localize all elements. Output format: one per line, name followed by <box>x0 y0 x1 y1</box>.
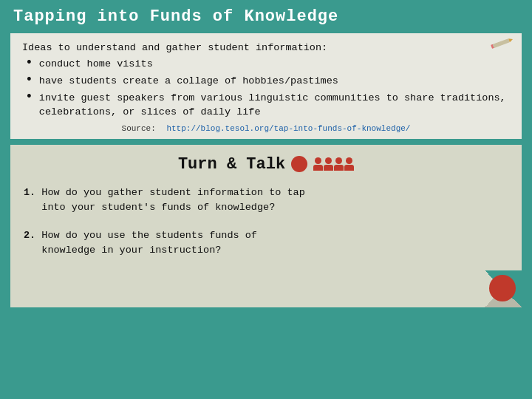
person-icon-3 <box>334 157 344 171</box>
question-2: 2. How do you use the students funds of … <box>24 228 508 259</box>
top-content-box: Ideas to understand and gather student i… <box>10 33 522 139</box>
bullet-text-3: invite guest speakers from various lingu… <box>39 92 510 120</box>
turn-talk-header: Turn & Talk <box>24 155 508 174</box>
question-2-text: How do you use the students funds of kno… <box>24 230 257 256</box>
bottom-section: Turn & Talk <box>10 145 522 307</box>
page-title: Tapping into Funds of Knowledge <box>13 7 338 26</box>
person-body-3 <box>334 165 344 171</box>
person-body-2 <box>324 165 333 171</box>
bullet-text-2: have students create a collage of hobbie… <box>39 75 510 89</box>
person-icon-2 <box>324 157 333 171</box>
ideas-intro: Ideas to understand and gather student i… <box>22 42 510 53</box>
person-head-2 <box>325 157 332 164</box>
person-head-4 <box>346 157 352 164</box>
bullet-dot-1: • <box>25 56 33 69</box>
red-circle-decoration <box>489 275 516 301</box>
bullet-text-1: conduct home visits <box>39 58 510 72</box>
person-head-3 <box>335 157 342 164</box>
question-1: 1. How do you gather student information… <box>24 185 508 216</box>
source-link[interactable]: http://blog.tesol.org/tap-into-funds-of-… <box>166 124 410 133</box>
bullet-dot-2: • <box>25 73 33 86</box>
page-wrapper: Tapping into Funds of Knowledge Ideas to… <box>0 0 532 399</box>
person-head-1 <box>315 157 321 164</box>
source-line: Source: http://blog.tesol.org/tap-into-f… <box>22 124 510 133</box>
bullet-list: • conduct home visits • have students cr… <box>22 58 510 120</box>
big-head-icon <box>291 156 307 172</box>
question-1-text: How do you gather student information to… <box>24 187 305 213</box>
source-label: Source: <box>122 124 156 133</box>
bullet-item-2: • have students create a collage of hobb… <box>25 75 510 89</box>
person-icon-4 <box>344 157 354 171</box>
question-2-number: 2. <box>24 230 35 241</box>
header: Tapping into Funds of Knowledge <box>0 0 532 33</box>
bullet-item-1: • conduct home visits <box>25 58 510 72</box>
bullet-dot-3: • <box>25 90 33 103</box>
person-body-4 <box>344 165 354 171</box>
person-body-1 <box>313 165 323 171</box>
person-icon-1 <box>313 157 323 171</box>
people-group-icon <box>313 157 354 171</box>
bullet-item-3: • invite guest speakers from various lin… <box>25 92 510 120</box>
turn-talk-label: Turn & Talk <box>178 155 285 174</box>
question-1-number: 1. <box>24 187 35 198</box>
